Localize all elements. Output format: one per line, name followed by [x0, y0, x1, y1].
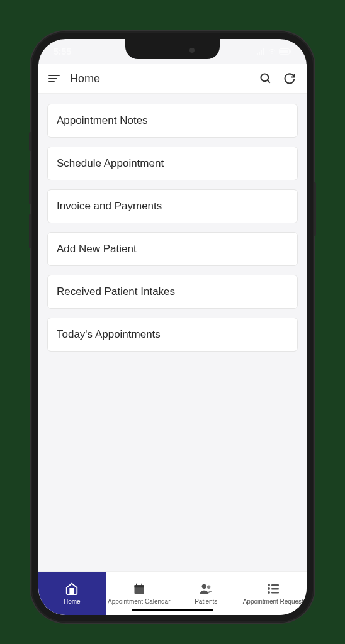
page-title: Home — [70, 72, 249, 86]
nav-home[interactable]: Home — [38, 572, 106, 615]
svg-point-15 — [268, 591, 270, 594]
svg-line-4 — [268, 80, 270, 83]
svg-point-3 — [261, 74, 269, 82]
svg-rect-6 — [134, 585, 144, 587]
menu-icon[interactable] — [48, 75, 60, 82]
menu-item-invoice-payments[interactable]: Invoice and Payments — [47, 189, 298, 223]
status-icons — [256, 48, 291, 55]
nav-label: Appointment Calendar — [108, 598, 171, 605]
svg-rect-2 — [290, 50, 291, 53]
menu-item-appointment-notes[interactable]: Appointment Notes — [47, 104, 298, 138]
list-icon — [266, 582, 280, 596]
patients-icon — [199, 582, 213, 596]
nav-appointment-request[interactable]: Appointment Request — [240, 572, 307, 615]
svg-rect-14 — [271, 588, 279, 590]
svg-point-13 — [268, 587, 270, 590]
svg-point-9 — [202, 584, 206, 589]
phone-screen: 5:55 Home Appointment Notes Schedule App… — [38, 39, 307, 615]
menu-item-received-intakes[interactable]: Received Patient Intakes — [47, 275, 298, 309]
svg-rect-12 — [271, 584, 279, 586]
nav-label: Home — [64, 598, 81, 605]
nav-label: Appointment Request — [243, 598, 303, 605]
svg-rect-16 — [271, 592, 279, 594]
menu-item-schedule-appointment[interactable]: Schedule Appointment — [47, 147, 298, 180]
refresh-icon[interactable] — [283, 72, 297, 86]
notch — [125, 39, 220, 59]
menu-item-add-new-patient[interactable]: Add New Patient — [47, 232, 298, 266]
search-icon[interactable] — [259, 72, 273, 86]
home-icon — [65, 582, 79, 596]
header: Home — [38, 64, 307, 94]
svg-rect-1 — [280, 50, 288, 53]
svg-point-10 — [207, 586, 211, 589]
main-content: Appointment Notes Schedule Appointment I… — [38, 94, 307, 571]
menu-item-todays-appointments[interactable]: Today's Appointments — [47, 318, 298, 352]
calendar-icon — [132, 582, 146, 596]
svg-point-11 — [268, 584, 270, 586]
nav-label: Patients — [195, 598, 217, 605]
phone-frame: 5:55 Home Appointment Notes Schedule App… — [31, 31, 314, 623]
status-time: 5:55 — [54, 47, 71, 57]
home-indicator[interactable] — [132, 609, 213, 611]
